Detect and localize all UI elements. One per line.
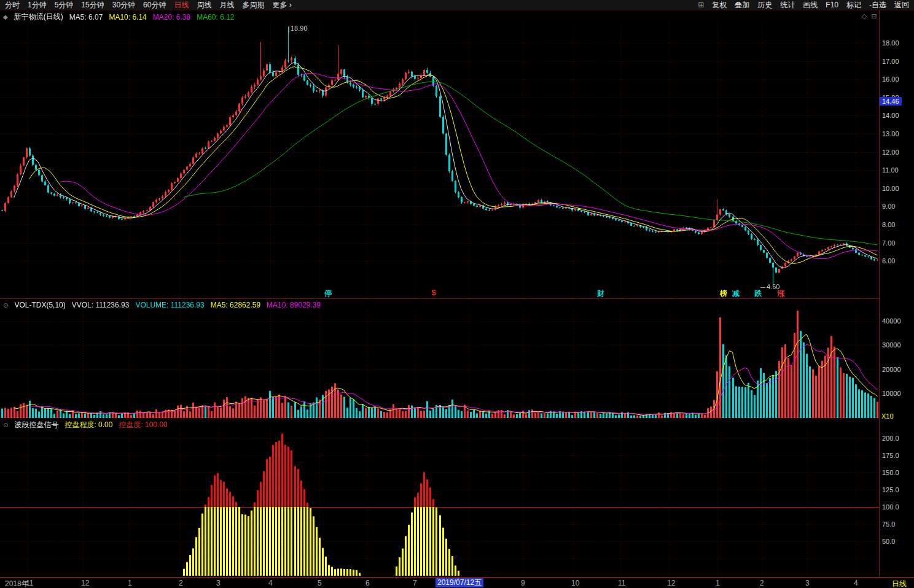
indicator-tick-label: 125.0 [882, 486, 899, 493]
volume-unit-label: X10 [881, 412, 894, 420]
price-tick-label: 8.00 [882, 221, 895, 228]
volume-value-label: MA5: 62862.59 [211, 301, 260, 309]
time-tick-label: 12 [667, 579, 675, 587]
collapse-icon[interactable]: ◆ [3, 14, 8, 20]
time-tick-label: 2 [179, 579, 183, 587]
indicator-value-label: 控盘度: 100.00 [119, 420, 167, 430]
panel-icon[interactable]: ⊡ [871, 12, 877, 20]
indicator-title-row: ⊙波段控盘信号控盘程度: 0.00控盘度: 100.00 [3, 420, 168, 430]
timeframe-button[interactable]: 多周期 [242, 0, 264, 10]
price-tick-label: 16.00 [882, 75, 899, 83]
toolbar-button[interactable]: 画线 [803, 0, 818, 10]
timeframe-button[interactable]: 日线 [174, 0, 189, 10]
toolbar-button[interactable]: 叠加 [735, 0, 749, 10]
timeframe-button[interactable]: 1分钟 [28, 0, 47, 10]
timeframe-button[interactable]: 周线 [197, 0, 211, 10]
event-marker[interactable]: 减 [732, 288, 740, 299]
volume-indicator-title: VOL-TDX(5,10) [14, 301, 65, 309]
time-tick-label: 1 [716, 579, 720, 587]
timeframe-button[interactable]: 5分钟 [55, 0, 74, 10]
timeframe-button[interactable]: 更多 › [272, 0, 291, 10]
ma-value-label: MA10: 6.14 [109, 13, 146, 21]
indicator-tick-label: 75.0 [882, 520, 895, 528]
indicator-tick-label: 200.0 [882, 435, 899, 442]
indicator-tick-label: 100.0 [882, 503, 899, 511]
tick-icon [289, 26, 289, 33]
peak-value: 18.90 [291, 25, 308, 32]
grid-icon[interactable]: ⊞ [698, 0, 704, 10]
time-tick-label: 11 [618, 579, 625, 587]
time-tick-label: 2018年 [5, 579, 29, 588]
price-tick-label: 18.00 [882, 39, 899, 47]
tools-group: ⊞复权叠加历史统计画线F10标记-自选返回 [693, 0, 914, 10]
timeframe-button[interactable]: 30分钟 [112, 0, 135, 10]
toolbar-button[interactable]: 统计 [780, 0, 795, 10]
timeframe-group: 分时1分钟5分钟15分钟30分钟60分钟日线周线月线多周期更多 › [0, 0, 297, 10]
time-tick-label: 3 [805, 579, 810, 587]
timeframe-button[interactable]: 15分钟 [81, 0, 104, 10]
volume-value-label: VOLUME: 111236.93 [135, 301, 204, 309]
event-marker[interactable]: 榜 [720, 288, 727, 299]
price-tick-label: 6.00 [882, 257, 895, 265]
time-tick-label: 1 [128, 579, 132, 587]
crosshair-date-badge: 2019/07/12五 [436, 578, 483, 587]
tick-icon [760, 287, 765, 288]
timeframe-button[interactable]: 分时 [5, 0, 20, 10]
volume-canvas[interactable] [0, 300, 879, 418]
ma-value-label: MA60: 6.12 [197, 13, 234, 21]
volume-tick-label: 30000 [882, 341, 901, 349]
peak-annotation: 18.90 [289, 25, 308, 33]
toolbar-button[interactable]: 标记 [846, 0, 861, 10]
volume-tick-label: 10000 [882, 390, 901, 397]
collapse-icon[interactable]: ⊙ [3, 422, 8, 428]
event-marker[interactable]: $ [432, 288, 436, 297]
diamond-icon[interactable]: ◇ [862, 12, 867, 20]
volume-value-label: MA10: 89029.39 [267, 301, 321, 309]
toolbar-button[interactable]: 历史 [757, 0, 772, 10]
time-tick-label: 9 [521, 579, 525, 587]
toolbar-button[interactable]: 返回 [894, 0, 909, 10]
right-axis: 14.46 X10 18.0017.0016.0015.0014.0013.00… [879, 10, 914, 577]
volume-title-row: ⊙VOL-TDX(5,10)VVOL: 111236.93VOLUME: 111… [3, 301, 321, 309]
indicator-tick-label: 150.0 [882, 469, 899, 476]
time-tick-label: 11 [26, 579, 33, 587]
stock-title: 新宁物流(日线) [14, 12, 63, 22]
event-marker[interactable]: 财 [597, 288, 604, 299]
price-tick-label: 10.00 [882, 185, 899, 192]
event-marker[interactable]: 跌 [754, 288, 762, 299]
price-tick-label: 14.00 [882, 112, 899, 119]
ma-value-label: MA20: 6.38 [153, 13, 190, 21]
price-tick-label: 11.00 [882, 166, 899, 174]
time-tick-label: 5 [318, 579, 322, 587]
toolbar-button[interactable]: 复权 [712, 0, 727, 10]
main-chart-pane: ◆新宁物流(日线)MA5: 6.07MA10: 6.14MA20: 6.38MA… [0, 10, 879, 299]
candlestick-canvas[interactable] [0, 10, 879, 299]
time-tick-label: 4 [268, 579, 273, 587]
price-tick-label: 9.00 [882, 203, 895, 210]
trough-annotation: 4.60 [760, 283, 779, 290]
event-marker[interactable]: 停 [324, 288, 332, 299]
indicator-value-label: 控盘程度: 0.00 [64, 420, 112, 430]
price-tick-label: 13.00 [882, 130, 899, 137]
time-tick-label: 2 [760, 579, 764, 587]
price-tick-label: 7.00 [882, 239, 895, 247]
time-tick-label: 7 [413, 579, 417, 587]
timeframe-button[interactable]: 60分钟 [143, 0, 166, 10]
toolbar-button[interactable]: -自选 [869, 0, 886, 10]
volume-tick-label: 40000 [882, 317, 901, 325]
time-tick-label: 3 [216, 579, 221, 587]
indicator-canvas[interactable] [0, 419, 879, 577]
timeframe-button[interactable]: 月线 [219, 0, 234, 10]
event-marker[interactable]: 涨 [778, 288, 785, 299]
toolbar-button[interactable]: F10 [826, 0, 838, 10]
time-tick-label: 4 [854, 579, 858, 587]
pane-corner-icons: ◇⊡ [857, 12, 877, 20]
indicator-pane: ⊙波段控盘信号控盘程度: 0.00控盘度: 100.00 [0, 419, 879, 577]
main-title-row: ◆新宁物流(日线)MA5: 6.07MA10: 6.14MA20: 6.38MA… [3, 12, 235, 22]
collapse-icon[interactable]: ⊙ [3, 302, 8, 309]
crosshair-price-badge: 14.46 [880, 97, 902, 106]
timeframe-indicator: 日线 [892, 579, 907, 588]
indicator-title: 波段控盘信号 [14, 420, 58, 430]
volume-pane: ⊙VOL-TDX(5,10)VVOL: 111236.93VOLUME: 111… [0, 300, 879, 418]
time-axis: 2019/07/12五 日线 2018年11121234567910111212… [0, 577, 914, 588]
